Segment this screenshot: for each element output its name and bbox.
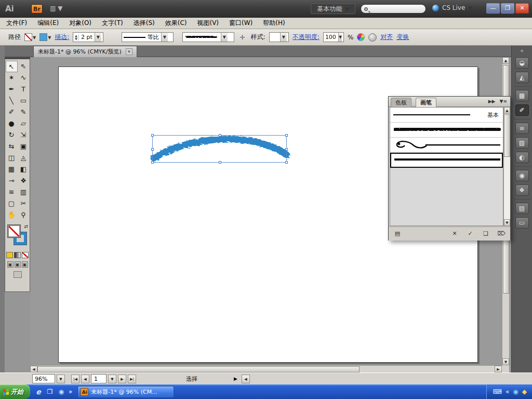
handle-top-right[interactable] bbox=[285, 134, 288, 137]
handle-middle-right[interactable] bbox=[285, 148, 288, 151]
style-dropdown[interactable]: ▼ bbox=[269, 32, 289, 42]
horizontal-scroll-thumb[interactable] bbox=[37, 366, 360, 373]
search-input[interactable] bbox=[361, 4, 426, 14]
selection-bounding-box[interactable] bbox=[152, 135, 287, 163]
style-dropdown-icon[interactable]: ▼ bbox=[280, 33, 287, 42]
status-display[interactable]: 选择 ▶ bbox=[143, 374, 240, 383]
brush-dropdown-icon[interactable]: ▼ bbox=[221, 33, 228, 42]
live-paint-options-icon[interactable] bbox=[368, 33, 377, 42]
horizontal-scrollbar[interactable]: ◀ ▶ bbox=[30, 365, 502, 373]
opacity-link[interactable]: 不透明度: bbox=[292, 33, 320, 42]
transform-link[interactable]: 变换 bbox=[396, 33, 409, 42]
scroll-right-icon[interactable]: ▶ bbox=[495, 366, 502, 373]
zoom-dropdown-icon[interactable]: ▼ bbox=[57, 375, 65, 383]
options-of-selected-object-icon[interactable]: ✓ bbox=[466, 230, 475, 238]
zoom-level-field[interactable]: 96% bbox=[32, 374, 55, 383]
tab-swatches[interactable]: 色板 bbox=[391, 98, 411, 107]
gradient-button[interactable] bbox=[14, 252, 21, 258]
tray-collapse-icon[interactable]: « bbox=[506, 388, 509, 395]
arrange-documents-icon[interactable]: ▥ ▼ bbox=[50, 5, 62, 12]
menu-type[interactable]: 文字(T) bbox=[102, 19, 123, 28]
menu-view[interactable]: 视图(V) bbox=[197, 19, 219, 28]
rectangle-tool[interactable]: ▭ bbox=[18, 95, 30, 107]
profile-dropdown-icon[interactable]: ▼ bbox=[161, 33, 168, 42]
stroke-panel-link[interactable]: 描边: bbox=[55, 33, 69, 42]
remove-brush-stroke-icon[interactable]: ✕ bbox=[450, 230, 459, 238]
next-artboard-icon[interactable]: ▶ bbox=[118, 375, 126, 383]
brush-item-basic[interactable]: 基本 bbox=[390, 108, 503, 123]
stroke-color-swatch[interactable]: ▼ bbox=[39, 33, 51, 41]
draw-normal-icon[interactable]: ▣ bbox=[7, 261, 14, 268]
stepper-down-icon[interactable]: ▼ bbox=[75, 37, 77, 41]
magic-wand-tool[interactable]: ✶ bbox=[6, 72, 18, 84]
type-tool[interactable]: T bbox=[18, 84, 30, 95]
slice-tool[interactable]: ✂ bbox=[18, 198, 30, 209]
status-menu-icon[interactable]: ▶ bbox=[234, 376, 237, 381]
new-brush-icon[interactable]: ❑ bbox=[481, 230, 490, 238]
fill-proxy-swatch[interactable] bbox=[8, 225, 20, 237]
artboard-number-field[interactable]: 1 bbox=[91, 374, 107, 383]
symbol-sprayer-tool[interactable]: ≋ bbox=[6, 187, 18, 198]
align-link[interactable]: 对齐 bbox=[380, 33, 393, 42]
quick-launch-overflow-icon[interactable]: » bbox=[69, 388, 72, 395]
brush-item-charcoal[interactable] bbox=[390, 123, 503, 138]
internet-explorer-icon[interactable]: e bbox=[34, 388, 43, 396]
brush-list-scrollbar[interactable]: ▲ ▼ bbox=[503, 107, 510, 226]
restore-button[interactable]: ❐ bbox=[501, 3, 514, 14]
rotate-tool[interactable]: ↻ bbox=[6, 129, 18, 141]
color-button[interactable] bbox=[6, 252, 13, 258]
line-segment-tool[interactable]: ╲ bbox=[6, 95, 18, 107]
delete-brush-icon[interactable]: ⌦ bbox=[497, 230, 506, 238]
column-graph-tool[interactable]: ▥ bbox=[18, 187, 30, 198]
last-artboard-icon[interactable]: ▶| bbox=[128, 375, 136, 383]
opacity-field[interactable]: 100 ▼ bbox=[323, 32, 344, 42]
blob-brush-tool[interactable]: ● bbox=[6, 118, 18, 129]
brush-item-charcoal-selected[interactable] bbox=[390, 153, 503, 168]
brush-scroll-thumb[interactable] bbox=[504, 114, 510, 157]
selection-tool[interactable]: ↖ bbox=[6, 61, 18, 72]
recolor-artwork-icon[interactable] bbox=[357, 33, 365, 41]
swatches-panel-icon[interactable]: ▦ bbox=[515, 90, 529, 101]
basic-appearance-icon[interactable]: ✛ bbox=[238, 33, 247, 42]
stroke-panel-icon[interactable]: ≡ bbox=[515, 123, 529, 134]
gradient-panel-icon[interactable]: ▨ bbox=[515, 137, 529, 149]
panel-menu-icon[interactable]: ▼≡ bbox=[500, 99, 507, 104]
pencil-tool[interactable]: ✎ bbox=[18, 107, 30, 118]
menu-object[interactable]: 对象(O) bbox=[69, 19, 91, 28]
brushes-panel-header[interactable]: 色板 画笔 ▶▶ ▼≡ bbox=[389, 97, 510, 107]
direct-selection-tool[interactable]: ⇖ bbox=[18, 61, 30, 72]
width-profile-dropdown[interactable]: 等比 ▼ bbox=[122, 32, 174, 42]
opacity-dropdown-icon[interactable]: ▼ bbox=[338, 33, 342, 42]
swap-fill-stroke-icon[interactable]: ⇄ bbox=[24, 224, 28, 229]
width-tool[interactable]: ⇆ bbox=[6, 141, 18, 152]
show-desktop-icon[interactable]: ❐ bbox=[46, 388, 54, 396]
brushes-panel-icon[interactable]: ✐ bbox=[515, 104, 529, 116]
tab-brushes[interactable]: 画笔 bbox=[416, 98, 436, 107]
brush-libraries-menu-icon[interactable]: ▤ bbox=[393, 230, 402, 238]
first-artboard-icon[interactable]: |◀ bbox=[71, 375, 79, 383]
mesh-tool[interactable]: ▦ bbox=[6, 164, 18, 175]
zoom-tool[interactable]: ⚲ bbox=[18, 209, 30, 221]
gradient-tool[interactable]: ◧ bbox=[18, 164, 30, 175]
document-tab[interactable]: 未标题-1* @ 96% (CMYK/预览) ✕ bbox=[33, 46, 137, 57]
network-status-icon[interactable]: ◉ bbox=[513, 388, 518, 395]
brush-item-decorative[interactable] bbox=[390, 138, 503, 153]
brush-definition-dropdown[interactable]: ▼ bbox=[182, 32, 234, 42]
handle-top-left[interactable] bbox=[151, 134, 154, 137]
menu-window[interactable]: 窗口(W) bbox=[229, 19, 252, 28]
close-document-icon[interactable]: ✕ bbox=[126, 48, 132, 55]
workspace-switcher[interactable]: 基本功能 ▼ bbox=[311, 4, 355, 14]
handle-top-center[interactable] bbox=[219, 134, 221, 137]
layers-panel-icon[interactable]: ▤ bbox=[515, 203, 529, 214]
transparency-panel-icon[interactable]: ◐ bbox=[515, 152, 529, 163]
stroke-weight-dropdown[interactable]: ▼ bbox=[95, 33, 101, 42]
scroll-down-icon[interactable]: ▼ bbox=[502, 358, 509, 365]
menu-help[interactable]: 帮助(H) bbox=[263, 19, 285, 28]
stroke-weight-stepper[interactable]: ▲▼ bbox=[75, 34, 79, 41]
paintbrush-tool[interactable]: ✐ bbox=[6, 107, 18, 118]
brush-scroll-down-icon[interactable]: ▼ bbox=[504, 219, 510, 226]
brush-scroll-up-icon[interactable]: ▲ bbox=[504, 107, 510, 114]
minimize-button[interactable]: — bbox=[486, 3, 500, 14]
menu-file[interactable]: 文件(F) bbox=[6, 19, 27, 28]
handle-middle-left[interactable] bbox=[151, 148, 154, 151]
